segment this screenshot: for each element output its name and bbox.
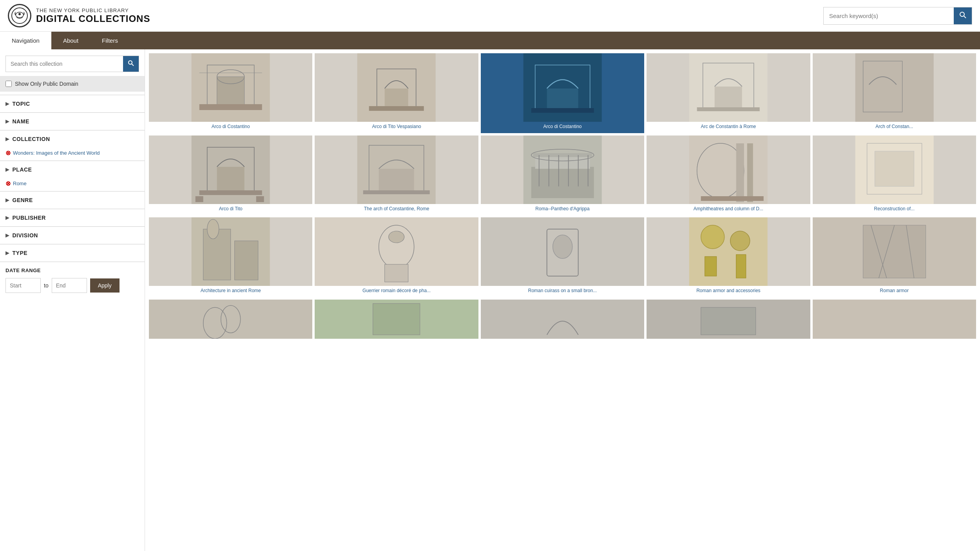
- grid-item-11[interactable]: Guerrier romain décoré de pha...: [315, 217, 478, 297]
- filter-type: ▶ TYPE: [0, 244, 145, 262]
- filter-type-header[interactable]: ▶ TYPE: [0, 244, 145, 262]
- svg-rect-55: [875, 151, 914, 186]
- genre-arrow-icon: ▶: [5, 197, 9, 203]
- grid-item-3[interactable]: Arc de Constantin à Rome: [647, 53, 810, 133]
- filter-name-header[interactable]: ▶ NAME: [0, 113, 145, 130]
- grid-item-13[interactable]: Roman armor and accessories: [647, 217, 810, 297]
- svg-rect-11: [199, 104, 262, 110]
- grid-item-2[interactable]: Arco di Costantino: [481, 53, 644, 133]
- partial-item-0[interactable]: [149, 300, 312, 339]
- svg-rect-35: [379, 169, 414, 192]
- partial-item-3[interactable]: [647, 300, 810, 339]
- filter-place: ▶ PLACE ⊗ Rome: [0, 161, 145, 191]
- grid-title-2: Arco di Costantino: [481, 122, 644, 133]
- svg-rect-82: [523, 300, 601, 339]
- grid-item-7[interactable]: Roma--Pantheo d'Agrippa: [481, 135, 644, 215]
- tab-about[interactable]: About: [51, 32, 90, 49]
- place-label: PLACE: [13, 166, 32, 173]
- svg-rect-40: [533, 153, 592, 157]
- grid-title-8: Amphitheatres and column of D...: [647, 204, 810, 215]
- grid-item-12[interactable]: Roman cuirass on a small bron...: [481, 217, 644, 297]
- grid-image-2: [481, 53, 644, 122]
- tabs-row: Navigation About Filters: [0, 32, 980, 49]
- filter-publisher: ▶ PUBLISHER: [0, 209, 145, 226]
- grid-item-6[interactable]: The arch of Constantine, Rome: [315, 135, 478, 215]
- grid-title-4: Arch of Constan...: [813, 122, 976, 133]
- topic-arrow-icon: ▶: [5, 101, 9, 107]
- grid-item-14[interactable]: Roman armor: [813, 217, 976, 297]
- grid-title-0: Arco di Costantino: [149, 122, 312, 133]
- filter-place-header[interactable]: ▶ PLACE: [0, 161, 145, 178]
- grid-image-13: [647, 217, 810, 286]
- grid-image-8: [647, 135, 810, 204]
- grid-title-11: Guerrier romain décoré de pha...: [315, 286, 478, 297]
- svg-rect-39: [535, 155, 590, 169]
- grid-item-0[interactable]: Arco di Costantino: [149, 53, 312, 133]
- grid-image-4: [813, 53, 976, 122]
- content-area: Arco di Costantino Arco di Tito Vespasia…: [145, 49, 980, 551]
- svg-line-4: [964, 16, 966, 18]
- collection-remove-icon[interactable]: ⊗: [5, 149, 11, 157]
- grid-item-8[interactable]: Amphitheatres and column of D...: [647, 135, 810, 215]
- tab-navigation[interactable]: Navigation: [0, 32, 51, 49]
- name-label: NAME: [13, 118, 29, 125]
- sidebar-search-input[interactable]: [6, 57, 123, 71]
- filter-collection-header[interactable]: ▶ COLLECTION: [0, 130, 145, 148]
- svg-point-2: [18, 13, 21, 15]
- date-range-inputs: to Apply: [5, 278, 139, 293]
- filter-genre-header[interactable]: ▶ GENRE: [0, 191, 145, 209]
- grid-title-6: The arch of Constantine, Rome: [315, 204, 478, 215]
- svg-rect-19: [547, 89, 578, 110]
- collection-active-item: ⊗ Wonders: Images of the Ancient World: [0, 148, 145, 161]
- partial-item-1[interactable]: [315, 300, 478, 339]
- partial-item-4[interactable]: [813, 300, 976, 339]
- logo-area: THE NEW YORK PUBLIC LIBRARY DIGITAL COLL…: [8, 4, 150, 27]
- public-domain-checkbox[interactable]: [5, 81, 12, 87]
- header-search-input[interactable]: [824, 9, 954, 23]
- tab-filters[interactable]: Filters: [90, 32, 130, 49]
- grid-item-10[interactable]: Architecture in ancient Rome: [149, 217, 312, 297]
- grid-item-9[interactable]: Reconstruction of...: [813, 135, 976, 215]
- sidebar: Show Only Public Domain ▶ TOPIC ▶ NAME ▶…: [0, 49, 145, 551]
- publisher-label: PUBLISHER: [13, 215, 46, 221]
- filter-name: ▶ NAME: [0, 112, 145, 130]
- svg-rect-51: [747, 143, 753, 202]
- grid-title-10: Architecture in ancient Rome: [149, 286, 312, 297]
- public-domain-label: Show Only Public Domain: [15, 81, 78, 87]
- grid-image-9: [813, 135, 976, 204]
- grid-image-7: [481, 135, 644, 204]
- place-remove-icon[interactable]: ⊗: [5, 180, 11, 187]
- filter-division-header[interactable]: ▶ DIVISION: [0, 227, 145, 244]
- svg-rect-48: [689, 135, 768, 204]
- date-end-input[interactable]: [52, 278, 87, 293]
- svg-rect-73: [863, 225, 926, 278]
- svg-rect-84: [701, 307, 756, 335]
- sidebar-search-button[interactable]: [123, 56, 139, 72]
- grid-image-14: [813, 217, 976, 286]
- partial-item-2[interactable]: [481, 300, 644, 339]
- place-arrow-icon: ▶: [5, 167, 9, 172]
- header-search-button[interactable]: [954, 7, 972, 24]
- topic-label: TOPIC: [13, 101, 30, 107]
- division-label: DIVISION: [13, 232, 38, 238]
- grid-item-5[interactable]: Arco di Tito: [149, 135, 312, 215]
- grid-image-0: [149, 53, 312, 122]
- grid-item-4[interactable]: Arch of Constan...: [813, 53, 976, 133]
- svg-rect-23: [715, 87, 742, 110]
- filter-topic-header[interactable]: ▶ TOPIC: [0, 95, 145, 112]
- header: THE NEW YORK PUBLIC LIBRARY DIGITAL COLL…: [0, 0, 980, 32]
- grid-item-1[interactable]: Arco di Tito Vespasiano: [315, 53, 478, 133]
- date-start-input[interactable]: [5, 278, 41, 293]
- type-arrow-icon: ▶: [5, 250, 9, 256]
- grid-title-9: Reconstruction of...: [813, 204, 976, 215]
- grid-title-5: Arco di Tito: [149, 204, 312, 215]
- date-range-section: DATE RANGE to Apply: [0, 262, 145, 298]
- apply-button[interactable]: Apply: [90, 278, 120, 293]
- svg-rect-15: [385, 89, 408, 108]
- name-arrow-icon: ▶: [5, 119, 9, 124]
- svg-rect-71: [736, 255, 746, 278]
- svg-rect-36: [363, 190, 430, 194]
- svg-rect-31: [196, 196, 203, 202]
- grid-title-14: Roman armor: [813, 286, 976, 297]
- filter-publisher-header[interactable]: ▶ PUBLISHER: [0, 209, 145, 226]
